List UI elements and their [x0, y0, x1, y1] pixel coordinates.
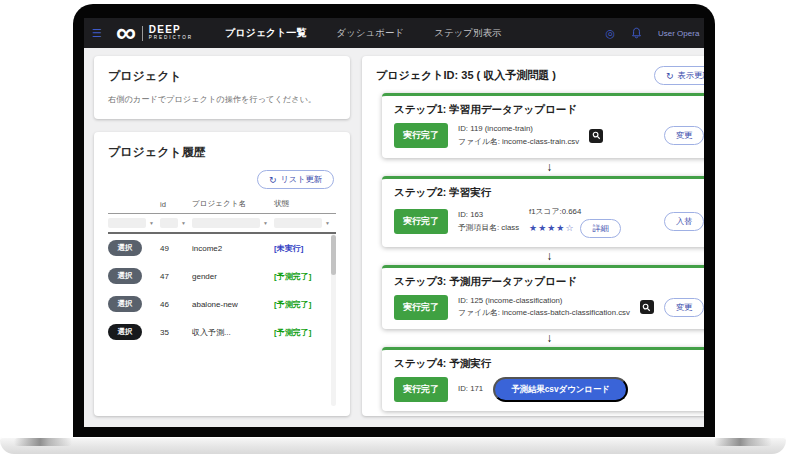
step2-body: 実行完了 ID: 163 予測項目名: class f1スコア:0.664 ★★…: [394, 206, 704, 238]
step1-change-label: 変更: [676, 130, 692, 141]
top-navbar: ☰ ∞ DEEP PREDICTOR プロジェクト一覧 ダッシュボード ステップ…: [84, 18, 704, 48]
user-menu[interactable]: User Opera: [658, 29, 704, 38]
col-id-header: id: [160, 200, 192, 209]
step4-body: 実行完了 ID: 171 予測結果csvダウンロード: [394, 377, 704, 402]
step4-status-button[interactable]: 実行完了: [394, 377, 448, 402]
project-table: id プロジェクト名 状態 ▼ ▼ ▼ ▼: [108, 196, 336, 406]
list-refresh-label: リスト更新: [280, 174, 322, 185]
notification-bell-icon[interactable]: [631, 27, 642, 39]
table-body: 選択 49 income2 [未実行] 選択 47 gender [予測完了]: [108, 234, 336, 406]
step3-status-button[interactable]: 実行完了: [394, 295, 448, 320]
history-card-title: プロジェクト履歴: [108, 144, 336, 161]
step3-change-button[interactable]: 変更: [664, 298, 704, 317]
project-status-cell: [予測完了]: [274, 299, 328, 310]
project-name-cell: income2: [192, 244, 274, 253]
preview-data-button[interactable]: [589, 129, 603, 143]
filter-cell-id: ▼: [160, 218, 192, 228]
steps-flow: ステップ1: 学習用データアップロード 実行完了 ID: 119 (income…: [376, 93, 704, 411]
left-column: プロジェクト 右側のカードでプロジェクトの操作を行ってください。 プロジェクト履…: [94, 56, 350, 416]
refresh-icon: ↻: [269, 175, 277, 185]
detail-header: プロジェクトID: 35 ( 収入予測問題 ) ↻ 表示更新: [376, 66, 704, 85]
app-window: ☰ ∞ DEEP PREDICTOR プロジェクト一覧 ダッシュボード ステップ…: [84, 18, 704, 427]
step2-swap-button[interactable]: 入替: [664, 212, 704, 231]
nav-item-dashboard[interactable]: ダッシュボード: [336, 27, 404, 40]
flow-arrow-down-icon: ↓: [382, 247, 704, 265]
history-toolbar: ↻ リスト更新: [110, 170, 334, 189]
project-status-cell: [未実行]: [274, 243, 328, 254]
view-refresh-label: 表示更新: [678, 70, 705, 81]
table-row: 選択 35 収入予測... [予測完了]: [108, 318, 328, 346]
select-project-button[interactable]: 選択: [108, 324, 142, 340]
filter-icon[interactable]: ▼: [325, 220, 330, 226]
refresh-icon: ↻: [666, 71, 674, 81]
menu-icon[interactable]: ☰: [92, 27, 102, 40]
project-id-cell: 46: [160, 300, 192, 309]
step4-id: ID: 171: [458, 383, 483, 396]
filter-input[interactable]: [160, 218, 178, 228]
table-row: 選択 49 income2 [未実行]: [108, 234, 328, 262]
filter-input[interactable]: [274, 218, 322, 228]
table-header-row: id プロジェクト名 状態: [108, 196, 336, 214]
project-detail-panel: プロジェクトID: 35 ( 収入予測問題 ) ↻ 表示更新 ステップ1: 学習…: [362, 56, 704, 416]
step3-card: ステップ3: 予測用データアップロード 実行完了 ID: 125 (income…: [382, 265, 704, 330]
infinity-logo-icon: ∞: [116, 22, 136, 44]
filter-input[interactable]: [192, 218, 260, 228]
list-refresh-button[interactable]: ↻ リスト更新: [257, 170, 334, 189]
step2-score-block: f1スコア:0.664 ★★★★☆ 詳細: [529, 206, 621, 238]
laptop-screen-bezel: ☰ ∞ DEEP PREDICTOR プロジェクト一覧 ダッシュボード ステップ…: [73, 4, 715, 437]
step2-swap-label: 入替: [676, 216, 692, 227]
filter-cell-status: ▼: [274, 218, 336, 228]
laptop-hinge: [714, 438, 772, 446]
step2-id: ID: 163: [458, 210, 483, 219]
nav-item-project-list[interactable]: プロジェクト一覧: [225, 26, 306, 40]
flow-arrow-down-icon: ↓: [382, 329, 704, 347]
step2-info: ID: 163 予測項目名: class: [458, 209, 519, 235]
project-name-cell: abalone-new: [192, 300, 274, 309]
step4-card: ステップ4: 予測実行 実行完了 ID: 171 予測結果csvダウンロード: [382, 347, 704, 411]
brand-logo[interactable]: ∞ DEEP PREDICTOR: [116, 22, 193, 44]
rating-stars-icon: ★★★★☆: [529, 221, 574, 236]
project-id-cell: 47: [160, 272, 192, 281]
table-scrollbar[interactable]: [331, 234, 336, 406]
project-id-cell: 35: [160, 328, 192, 337]
select-project-button[interactable]: 選択: [108, 268, 142, 284]
laptop-base: [0, 437, 786, 454]
download-csv-button[interactable]: 予測結果csvダウンロード: [493, 377, 628, 402]
table-filter-row: ▼ ▼ ▼ ▼: [108, 214, 336, 234]
filter-cell-name: ▼: [192, 218, 274, 228]
settings-icon[interactable]: ◎: [605, 27, 615, 40]
project-status-cell: [予測完了]: [274, 327, 328, 338]
step1-filename: ファイル名: income-class-train.csv: [458, 137, 579, 146]
select-project-button[interactable]: 選択: [108, 296, 142, 312]
filter-icon[interactable]: ▼: [149, 220, 154, 226]
table-row: 選択 46 abalone-new [予測完了]: [108, 290, 328, 318]
filter-icon[interactable]: ▼: [181, 220, 186, 226]
filter-icon[interactable]: ▼: [263, 220, 268, 226]
view-refresh-button[interactable]: ↻ 表示更新: [654, 66, 704, 85]
laptop-hinge: [14, 438, 72, 446]
step1-status-button[interactable]: 実行完了: [394, 123, 448, 148]
step3-filename: ファイル名: income-class-batch-classification…: [458, 308, 630, 317]
step3-id: ID: 125 (income-classification): [458, 296, 562, 305]
navbar-right: ◎ User Opera: [605, 27, 704, 40]
flow-arrow-down-icon: ↓: [382, 158, 704, 176]
preview-data-button[interactable]: [640, 300, 654, 314]
magnifier-icon: [592, 131, 601, 140]
step3-body: 実行完了 ID: 125 (income-classification) ファイ…: [394, 295, 704, 321]
step2-target: 予測項目名: class: [458, 223, 519, 232]
step1-body: 実行完了 ID: 119 (income-train) ファイル名: incom…: [394, 123, 704, 149]
select-project-button[interactable]: 選択: [108, 240, 142, 256]
step3-change-label: 変更: [676, 302, 692, 313]
brand-text: DEEP PREDICTOR: [149, 25, 193, 41]
project-status-cell: [予測完了]: [274, 271, 328, 282]
scrollbar-thumb[interactable]: [331, 235, 336, 275]
page-content: プロジェクト 右側のカードでプロジェクトの操作を行ってください。 プロジェクト履…: [84, 48, 704, 427]
step1-change-button[interactable]: 変更: [664, 126, 704, 145]
step2-detail-button[interactable]: 詳細: [580, 219, 620, 238]
step2-status-button[interactable]: 実行完了: [394, 209, 448, 234]
logo-divider: [142, 26, 143, 41]
col-status-header: 状態: [274, 199, 336, 209]
step3-info: ID: 125 (income-classification) ファイル名: i…: [458, 295, 630, 321]
filter-input[interactable]: [108, 218, 146, 228]
nav-item-step-view[interactable]: ステップ別表示: [434, 27, 501, 40]
